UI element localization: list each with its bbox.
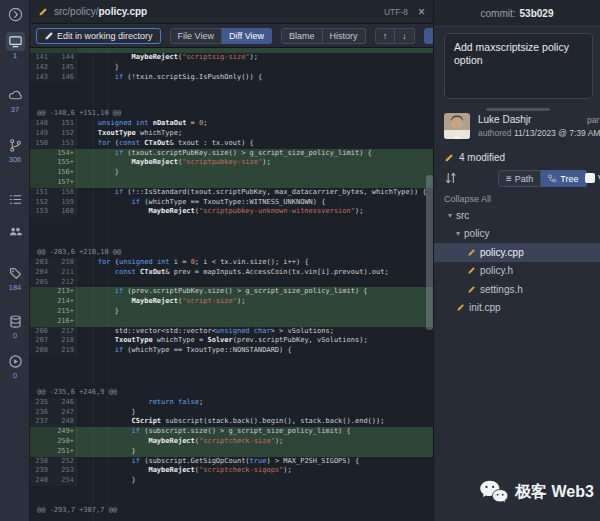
editor-scrollbar-thumb[interactable] [426,175,433,330]
chevron-down-icon: ▾ [448,211,452,220]
hunk-gap [30,217,433,248]
diff-line: 203210 for (unsigned int i = 0; i < tx.v… [30,258,433,268]
close-icon[interactable]: × [418,6,425,18]
diff-line: 239253 MaybeReject("scriptcheck-sigops")… [30,466,433,476]
tree-item-settings-h[interactable]: settings.h [434,280,600,299]
path-view-button[interactable]: ≡Path [498,170,541,187]
line-code: for (const CTxOut& txout : tx.vout) { [76,139,433,149]
line-number-old: 152 [30,198,52,208]
line-number-new: 159 [52,198,76,208]
line-number-old: 240 [30,476,52,486]
line-number-old [30,447,52,457]
line-number-old: 151 [30,188,52,198]
diff-line: 214+ MaybeReject("script-size"); [30,297,433,307]
hunk-gap [30,356,433,388]
tree-item-policy-h[interactable]: policy.h [434,262,600,281]
rail-item-users[interactable] [0,222,30,241]
commit-label: commit: [481,8,516,19]
rail-badge: 306 [9,156,22,164]
diff-line: 156+ } [30,168,433,178]
diff-line: 154+ if (txout.scriptPubKey.size() > g_s… [30,149,433,159]
line-number-new: 251+ [52,447,76,457]
line-number-old: 148 [30,119,52,129]
line-number-new: 152 [52,129,76,139]
breadcrumb-path: src/policy/ [54,6,98,17]
line-number-old: 238 [30,457,52,467]
rail-item-branch[interactable]: 306 [0,136,30,164]
rail-item-database[interactable]: 0 [0,312,30,340]
diff-line: 141144 MaybeReject("scriptsig-size"); [30,53,433,63]
pencil-icon [44,31,54,41]
line-number-new: 247 [52,408,76,418]
line-number-old: 239 [30,466,52,476]
watermark-text: 极客 Web3 [515,482,594,503]
line-number-old: 149 [30,129,52,139]
line-number-old: 141 [30,53,52,63]
edit-working-directory-button[interactable]: Edit in working directory [36,28,161,44]
line-code: MaybeReject("scriptpubkey-unknown-witnes… [76,207,433,217]
tree-item-label: init.cpp [469,302,501,313]
sort-icon[interactable] [444,171,458,185]
line-code: std::vector<std::vector<unsigned char> >… [76,327,433,337]
line-number-old [30,178,52,188]
tree-view-button[interactable]: Tree [541,170,586,187]
diff-line: 251+ } [30,447,433,457]
tree-item-init-cpp[interactable]: init.cpp [434,299,600,318]
diff-line: 237248 CScript subscript(stack.back().be… [30,417,433,427]
diff-line: 250+ MaybeReject("scriptcheck-size"); [30,437,433,447]
diff-code-area[interactable]: 141144 MaybeReject("scriptsig-size");142… [30,48,433,521]
file-tab[interactable]: src/policy/policy.cpp UTF-8 × [30,0,433,24]
indent-guide [93,48,94,521]
viewed-checkbox[interactable] [585,173,595,183]
rail-item-tag[interactable]: 184 [0,264,30,292]
line-code: return false; [76,398,433,408]
line-code: } [76,476,433,486]
commit-sidebar: commit: 53b029 Add maxscriptsize policy … [433,0,600,521]
rail-item-chevron-circle[interactable] [0,5,30,24]
diff-line: 149152 TxoutType whichType; [30,129,433,139]
view-button-diff-view[interactable]: Diff View [222,28,272,44]
resize-handle[interactable] [486,108,550,111]
users-icon [8,224,23,239]
line-number-new: 153 [52,139,76,149]
line-number-new: 252 [52,457,76,467]
line-number-old: 203 [30,258,52,268]
view-button-file-view[interactable]: File View [170,28,222,44]
commit-hash: 53b029 [520,8,554,19]
diff-line: 150153 for (const CTxOut& txout : tx.vou… [30,139,433,149]
line-number-new: 211 [52,268,76,278]
line-number-new: 146 [52,73,76,83]
button-history[interactable]: History [323,28,366,44]
rail-badge: 0 [13,372,17,380]
branch-icon [8,138,23,153]
diff-line: 204211 const CTxOut& prev = mapInputs.Ac… [30,268,433,278]
line-code: if (prev.scriptPubKey.size() > g_script_… [76,287,433,297]
diff-line: 148151 unsigned int nDataOut = 0; [30,119,433,129]
line-code: } [76,307,433,317]
rail-item-display[interactable]: 1 [0,32,30,60]
line-number-new: 216+ [52,317,76,327]
previous-change-button[interactable]: ↑ [375,28,396,44]
rail-item-list[interactable] [0,190,30,209]
line-number-old: 153 [30,207,52,217]
diff-line: 207218 TxoutType whichType = Solver(prev… [30,336,433,346]
chevron-circle-icon [8,7,23,22]
collapse-all-button[interactable]: Collapse All [444,194,491,204]
line-number-old [30,297,52,307]
next-change-button[interactable]: ↓ [395,28,415,44]
diff-editor-panel: src/policy/policy.cpp UTF-8 × Edit in wo… [30,0,433,521]
line-code: MaybeReject("script-size"); [76,297,433,307]
rail-item-cloud[interactable]: 37 [0,86,30,114]
line-number-new: 214+ [52,297,76,307]
tree-item-policy-cpp[interactable]: policy.cpp [434,243,600,262]
tree-item-policy[interactable]: ▾policy [434,225,600,244]
pencil-icon [456,303,465,312]
avatar [444,113,470,139]
rail-item-play[interactable]: 0 [0,352,30,380]
rail-badge: 184 [9,284,22,292]
button-blame[interactable]: Blame [281,28,323,44]
blame-history-group: BlameHistory [281,28,366,44]
line-code: CScript subscript(stack.back().begin(), … [76,417,433,427]
tree-item-src[interactable]: ▾src [434,206,600,225]
line-code [76,278,433,288]
